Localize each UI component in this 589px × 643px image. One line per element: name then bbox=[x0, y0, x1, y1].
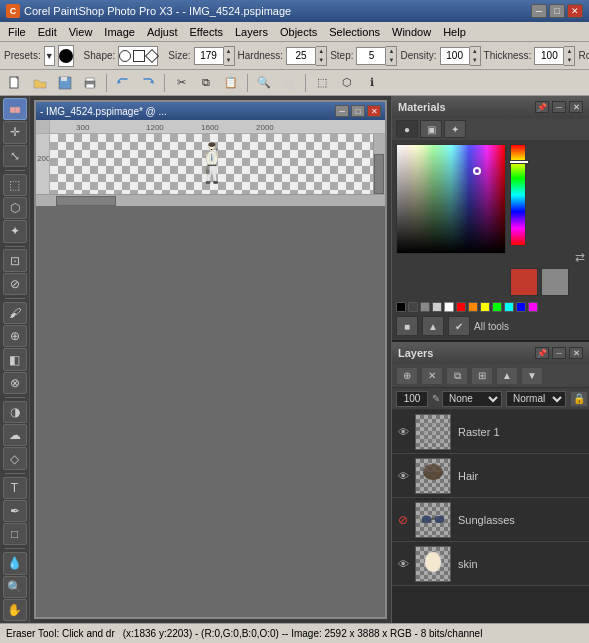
canvas-horizontal-scrollbar[interactable] bbox=[36, 194, 385, 206]
layer-item-hair[interactable]: Hair bbox=[392, 454, 589, 498]
close-button[interactable]: ✕ bbox=[567, 4, 583, 18]
color-dot-blue[interactable] bbox=[516, 302, 526, 312]
materials-minimize[interactable]: ─ bbox=[552, 101, 566, 113]
color-dot-lightgray[interactable] bbox=[432, 302, 442, 312]
materials-tab-color[interactable]: ● bbox=[396, 120, 418, 138]
tool-dodge-burn[interactable]: ◑ bbox=[3, 401, 27, 423]
materials-tab-gradient[interactable]: ▣ bbox=[420, 120, 442, 138]
tool-fill[interactable]: ◧ bbox=[3, 348, 27, 370]
layer-item-raster1[interactable]: Raster 1 bbox=[392, 410, 589, 454]
menu-effects[interactable]: Effects bbox=[184, 24, 229, 40]
tool-move[interactable]: ✛ bbox=[3, 121, 27, 143]
color-dot-cyan[interactable] bbox=[504, 302, 514, 312]
layer-item-skin[interactable]: skin bbox=[392, 542, 589, 586]
color-dot-red[interactable] bbox=[456, 302, 466, 312]
copy-button[interactable]: ⧉ bbox=[195, 73, 217, 93]
color-dot-green[interactable] bbox=[492, 302, 502, 312]
canvas-vscroll-thumb[interactable] bbox=[374, 154, 384, 194]
tool-deform[interactable]: ⤡ bbox=[3, 145, 27, 167]
canvas-hscroll-thumb[interactable] bbox=[56, 196, 116, 206]
layers-pin[interactable]: 📌 bbox=[535, 347, 549, 359]
layer-raster1-visibility[interactable] bbox=[394, 423, 412, 441]
menu-adjust[interactable]: Adjust bbox=[141, 24, 184, 40]
layer-sunglasses-visibility[interactable]: ⊘ bbox=[394, 511, 412, 529]
info-button[interactable]: ℹ bbox=[361, 73, 383, 93]
layer-item-sunglasses[interactable]: ⊘ Sunglasses bbox=[392, 498, 589, 542]
menu-view[interactable]: View bbox=[63, 24, 99, 40]
tool-pan[interactable]: ✋ bbox=[3, 599, 27, 621]
tool-paint-brush[interactable]: 🖌 bbox=[3, 302, 27, 324]
color-dot-black[interactable] bbox=[396, 302, 406, 312]
thickness-input[interactable]: 100 bbox=[534, 47, 564, 65]
tool-magic-wand[interactable]: ✦ bbox=[3, 220, 27, 242]
materials-tab-pattern[interactable]: ✦ bbox=[444, 120, 466, 138]
layers-close[interactable]: ✕ bbox=[569, 347, 583, 359]
layers-merge-button[interactable]: ⊞ bbox=[471, 367, 493, 385]
color-dot-orange[interactable] bbox=[468, 302, 478, 312]
tool-shapes[interactable]: □ bbox=[3, 523, 27, 545]
materials-tool-2[interactable]: ▲ bbox=[422, 316, 444, 336]
layers-blend-mode-input[interactable]: None bbox=[442, 391, 502, 407]
canvas-vertical-scrollbar[interactable] bbox=[373, 134, 385, 194]
color-dot-magenta[interactable] bbox=[528, 302, 538, 312]
hardness-spinbox[interactable]: 25 ▲▼ bbox=[286, 46, 327, 66]
tool-freehand-select[interactable]: ⬡ bbox=[3, 197, 27, 219]
layers-opacity-input[interactable]: 100 bbox=[396, 391, 428, 407]
size-spinbox[interactable]: 179 ▲▼ bbox=[194, 46, 235, 66]
save-file-button[interactable] bbox=[54, 73, 76, 93]
zoom-out-button[interactable] bbox=[278, 73, 300, 93]
menu-help[interactable]: Help bbox=[437, 24, 472, 40]
tool-zoom[interactable]: 🔍 bbox=[3, 576, 27, 598]
tool-crop[interactable]: ⊡ bbox=[3, 249, 27, 271]
paste-button[interactable]: 📋 bbox=[220, 73, 242, 93]
layers-minimize[interactable]: ─ bbox=[552, 347, 566, 359]
hardness-input[interactable]: 25 bbox=[286, 47, 316, 65]
layers-move-up-button[interactable]: ▲ bbox=[496, 367, 518, 385]
layer-lock-transparency[interactable]: 🔒 bbox=[570, 391, 588, 407]
canvas-maximize[interactable]: □ bbox=[351, 105, 365, 117]
materials-pin[interactable]: 📌 bbox=[535, 101, 549, 113]
layers-duplicate-button[interactable]: ⧉ bbox=[446, 367, 468, 385]
layers-move-down-button[interactable]: ▼ bbox=[521, 367, 543, 385]
tool-clone[interactable]: ⊕ bbox=[3, 325, 27, 347]
step-input[interactable]: 5 bbox=[356, 47, 386, 65]
tool-eyedropper[interactable]: 💧 bbox=[3, 552, 27, 574]
cut-button[interactable]: ✂ bbox=[170, 73, 192, 93]
canvas-content[interactable] bbox=[50, 134, 373, 194]
new-file-button[interactable] bbox=[4, 73, 26, 93]
zoom-in-button[interactable]: 🔍 bbox=[253, 73, 275, 93]
menu-image[interactable]: Image bbox=[98, 24, 141, 40]
menu-layers[interactable]: Layers bbox=[229, 24, 274, 40]
layer-hair-visibility[interactable] bbox=[394, 467, 412, 485]
materials-tool-3[interactable]: ✔ bbox=[448, 316, 470, 336]
canvas-close[interactable]: ✕ bbox=[367, 105, 381, 117]
size-input[interactable]: 179 bbox=[194, 47, 224, 65]
tool-text[interactable]: T bbox=[3, 477, 27, 499]
density-spinbox[interactable]: 100 ▲▼ bbox=[440, 46, 481, 66]
layers-delete-button[interactable]: ✕ bbox=[421, 367, 443, 385]
color-dot-yellow[interactable] bbox=[480, 302, 490, 312]
tool-pen[interactable]: ✒ bbox=[3, 500, 27, 522]
foreground-swatch[interactable] bbox=[510, 268, 538, 296]
print-button[interactable] bbox=[79, 73, 101, 93]
open-file-button[interactable] bbox=[29, 73, 51, 93]
menu-window[interactable]: Window bbox=[386, 24, 437, 40]
color-picker[interactable] bbox=[396, 144, 506, 254]
presets-dropdown[interactable]: ▼ bbox=[44, 46, 55, 66]
tool-selection-rect[interactable]: ⬚ bbox=[3, 174, 27, 196]
tool-smudge[interactable]: ☁ bbox=[3, 424, 27, 446]
materials-tool-1[interactable]: ■ bbox=[396, 316, 418, 336]
density-input[interactable]: 100 bbox=[440, 47, 470, 65]
deselect-btn[interactable]: ⬡ bbox=[336, 73, 358, 93]
tool-eraser[interactable] bbox=[3, 98, 27, 120]
swap-colors-btn[interactable]: ⇄ bbox=[575, 250, 585, 264]
menu-edit[interactable]: Edit bbox=[32, 24, 63, 40]
layers-new-button[interactable]: ⊕ bbox=[396, 367, 418, 385]
color-dot-gray[interactable] bbox=[420, 302, 430, 312]
layers-list[interactable]: Raster 1 Hair bbox=[392, 410, 589, 623]
layers-blend-mode-select[interactable]: Normal Multiply Screen Overlay bbox=[506, 391, 566, 407]
step-spinbox[interactable]: 5 ▲▼ bbox=[356, 46, 397, 66]
background-swatch[interactable] bbox=[541, 268, 569, 296]
tool-color-replace[interactable]: ⊗ bbox=[3, 372, 27, 394]
layer-skin-visibility[interactable] bbox=[394, 555, 412, 573]
